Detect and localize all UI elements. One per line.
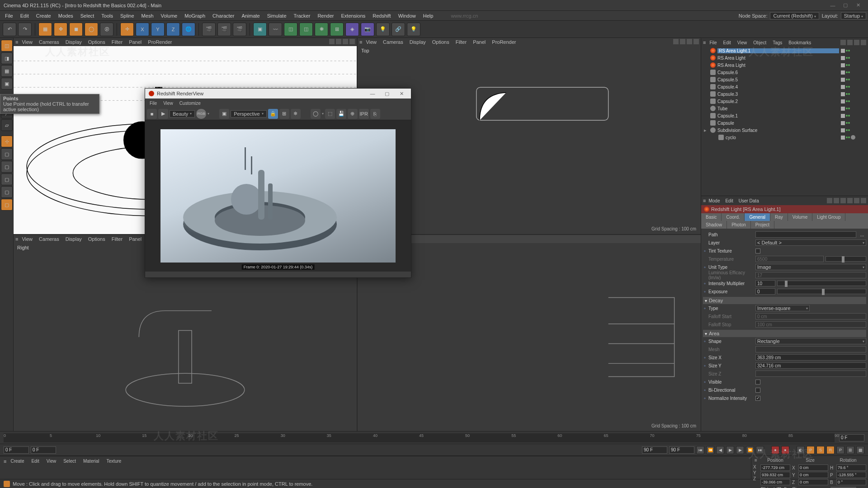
renderview-titlebar[interactable]: Redshift RenderView — ▢ ✕ bbox=[145, 89, 411, 99]
om-menu-file[interactable]: File bbox=[707, 39, 719, 46]
move-button[interactable]: ✥ bbox=[54, 23, 67, 36]
prop-unittype-select[interactable]: Image▾ bbox=[755, 264, 866, 270]
layer-toggle[interactable] bbox=[841, 56, 845, 60]
maximize-button[interactable]: ▢ bbox=[839, 1, 852, 9]
vp-menu-filter[interactable]: Filter bbox=[109, 39, 125, 45]
prop-bidir-checkbox[interactable] bbox=[755, 388, 760, 393]
goto-prevkey-button[interactable]: ⏪ bbox=[706, 446, 714, 454]
viewport-hamburger-icon[interactable]: ≡ bbox=[15, 236, 18, 242]
mat-menu-select[interactable]: Select bbox=[60, 458, 79, 465]
coord-h-rot[interactable] bbox=[836, 465, 866, 471]
field-button[interactable]: ◈ bbox=[345, 23, 359, 36]
layer-toggle[interactable] bbox=[841, 92, 845, 96]
om-menu-object[interactable]: Object bbox=[750, 39, 769, 46]
layer-toggle[interactable] bbox=[841, 63, 845, 67]
rv-freeze-button[interactable]: ❄ bbox=[291, 109, 301, 119]
coord-mode2-select[interactable]: Size bbox=[792, 486, 822, 488]
timeline-start-field[interactable] bbox=[4, 446, 29, 454]
tab-shadow[interactable]: Shadow bbox=[701, 221, 727, 229]
key-extra-button[interactable]: ▦ bbox=[856, 446, 864, 454]
layer-toggle[interactable] bbox=[841, 128, 845, 132]
rv-stop-button[interactable]: ■ bbox=[147, 109, 157, 119]
object-row[interactable]: Capsule.5 bbox=[701, 76, 868, 83]
coord-apply-button[interactable]: Apply bbox=[830, 486, 857, 488]
om-menu-edit[interactable]: Edit bbox=[721, 39, 734, 46]
keyframe-sel-button[interactable]: ◐ bbox=[797, 446, 805, 454]
menu-character[interactable]: Character bbox=[209, 12, 237, 20]
goto-start-button[interactable]: ⏮ bbox=[696, 446, 704, 454]
om-menu-view[interactable]: View bbox=[735, 39, 750, 46]
tweak-button[interactable]: ▢ bbox=[1, 148, 13, 160]
prop-path-field[interactable] bbox=[755, 231, 856, 238]
goto-nextkey-button[interactable]: ⏩ bbox=[746, 446, 754, 454]
minimize-button[interactable]: — bbox=[826, 1, 839, 9]
prop-sizey-field[interactable]: 324.716 cm bbox=[755, 362, 866, 369]
next-frame-button[interactable]: ▶ bbox=[736, 446, 744, 454]
vp-menu-display[interactable]: Display bbox=[63, 39, 85, 45]
menu-render[interactable]: Render bbox=[314, 12, 337, 20]
menu-mograph[interactable]: MoGraph bbox=[181, 12, 208, 20]
menu-mesh[interactable]: Mesh bbox=[138, 12, 157, 20]
vp-menu-options[interactable]: Options bbox=[85, 39, 108, 45]
timeline-ruler[interactable]: 051015202530354045505560657075808590 bbox=[0, 431, 868, 444]
coord-z-pos[interactable] bbox=[760, 479, 790, 485]
tab-general[interactable]: General bbox=[745, 213, 770, 221]
prop-exposure-field[interactable]: 0 bbox=[755, 288, 775, 295]
layer-toggle[interactable] bbox=[841, 114, 845, 118]
node-space-dropdown[interactable]: Current (Redshift) ▾ bbox=[770, 12, 819, 19]
menu-tracker[interactable]: Tracker bbox=[291, 12, 314, 20]
object-row[interactable]: Capsule.6 bbox=[701, 69, 868, 76]
goto-end-button[interactable]: ⏭ bbox=[756, 446, 764, 454]
scale-button[interactable]: ◼ bbox=[69, 23, 83, 36]
recent-tool-button[interactable]: ⦿ bbox=[100, 23, 113, 36]
renderview-maximize[interactable]: ▢ bbox=[381, 90, 393, 97]
coord-mode1-select[interactable]: Object (Rel) bbox=[760, 486, 790, 488]
object-row[interactable]: RS Area Light bbox=[701, 54, 868, 61]
viewport-hamburger-icon[interactable]: ≡ bbox=[15, 39, 18, 45]
layer-toggle[interactable] bbox=[841, 107, 845, 111]
rv-bucket-button[interactable]: ◯ bbox=[311, 109, 321, 119]
rv-history-button[interactable]: ⊕ bbox=[348, 109, 358, 119]
coord-y-pos[interactable] bbox=[760, 472, 790, 478]
prop-tint-checkbox[interactable] bbox=[755, 249, 760, 253]
layout-dropdown[interactable]: Startup ▾ bbox=[841, 12, 866, 19]
rv-copy-button[interactable]: ⎘ bbox=[370, 109, 380, 119]
layer-toggle[interactable] bbox=[841, 121, 845, 125]
rv-region-button[interactable]: ▣ bbox=[219, 109, 229, 119]
vp-menu-prorender[interactable]: ProRender bbox=[145, 39, 175, 45]
rv-menu-view[interactable]: View bbox=[160, 100, 176, 107]
menu-spline[interactable]: Spline bbox=[117, 12, 137, 20]
tab-photon[interactable]: Photon bbox=[727, 221, 751, 229]
prop-normint-checkbox[interactable] bbox=[755, 396, 760, 401]
extra-button[interactable]: 💡 bbox=[407, 23, 420, 36]
coord-x-pos[interactable] bbox=[760, 465, 790, 471]
am-menu-mode[interactable]: Mode bbox=[706, 197, 722, 204]
section-decay[interactable]: ▾ Decay bbox=[703, 297, 866, 304]
enable-axis-button[interactable]: ⊹ bbox=[1, 136, 13, 147]
viewport-hamburger-icon[interactable]: ≡ bbox=[359, 39, 362, 45]
rv-colorspace-button[interactable]: RGB bbox=[196, 109, 206, 119]
vp-menu-view[interactable]: View bbox=[19, 39, 35, 45]
prop-visible-checkbox[interactable] bbox=[755, 380, 760, 385]
render-region-button[interactable]: 🎬 bbox=[217, 23, 231, 36]
layer-toggle[interactable] bbox=[841, 136, 845, 140]
section-area[interactable]: ▾ Area bbox=[703, 330, 866, 337]
om-menu-tags[interactable]: Tags bbox=[770, 39, 785, 46]
panel-hamburger-icon[interactable]: ≡ bbox=[703, 40, 706, 45]
locked-workplane-button[interactable]: ▢ bbox=[1, 199, 13, 211]
layer-toggle[interactable] bbox=[841, 78, 845, 82]
key-scale-button[interactable]: S bbox=[816, 446, 825, 454]
rv-menu-customize[interactable]: Customize bbox=[177, 100, 203, 107]
rv-lock-button[interactable]: 🔒 bbox=[268, 109, 278, 119]
rv-grid-button[interactable]: ⊞ bbox=[279, 109, 289, 119]
menu-modes[interactable]: Modes bbox=[55, 12, 76, 20]
coord-b-rot[interactable] bbox=[836, 479, 866, 485]
layer-toggle[interactable] bbox=[841, 49, 845, 53]
renderview-viewport[interactable]: Frame 0: 2020-01-27 19:29:44 (0.34s) bbox=[145, 120, 411, 272]
light-button[interactable]: 💡 bbox=[376, 23, 390, 36]
timeline-current-field[interactable] bbox=[839, 434, 864, 441]
menu-edit[interactable]: Edit bbox=[17, 12, 32, 20]
object-row[interactable]: cyclo bbox=[701, 134, 868, 141]
vp-menu-panel[interactable]: Panel bbox=[126, 39, 144, 45]
polygons-mode-button[interactable]: ▱ bbox=[1, 119, 13, 131]
